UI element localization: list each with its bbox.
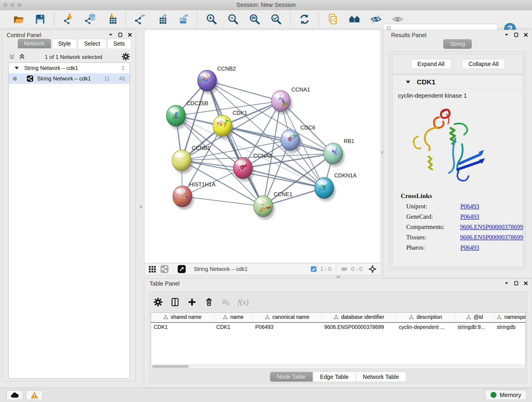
tab-sets[interactable]: Sets (107, 39, 131, 48)
tab-select[interactable]: Select (78, 39, 106, 48)
memory-button[interactable]: Memory (485, 390, 526, 400)
table-cell: CDK1 (151, 322, 214, 332)
tab-network-table[interactable]: Network Table (355, 372, 406, 382)
column-header--id[interactable]: @id (455, 313, 494, 322)
cloud-sync-button[interactable] (6, 390, 23, 400)
toolbar-separator (318, 12, 319, 26)
crosslink-row: Uniprot: P06493 (401, 203, 523, 210)
zoom-fit-button[interactable] (249, 13, 260, 26)
tab-edge-table[interactable]: Edge Table (313, 372, 356, 382)
save-session-button[interactable] (34, 13, 46, 26)
network-canvas[interactable]: CCNB2 CCNA1 CDC25B CDK1 CDC6 RB1 CCNB1 (145, 30, 380, 263)
hide-selected-button[interactable] (370, 13, 382, 26)
close-panel-icon[interactable] (524, 281, 528, 286)
tab-node-table[interactable]: Node Table (270, 372, 313, 382)
close-panel-icon[interactable] (524, 32, 528, 37)
selected-nodes-checkbox-icon[interactable] (310, 266, 317, 273)
import-table-button[interactable] (106, 13, 118, 26)
network-node-CCNE1[interactable]: CCNE1 (254, 191, 292, 220)
column-type-icon (222, 315, 228, 320)
export-table-button[interactable] (156, 13, 167, 26)
apply-layout-button[interactable] (298, 13, 310, 26)
zoom-in-button[interactable] (206, 13, 217, 26)
open-session-button[interactable] (13, 13, 25, 26)
float-panel-icon[interactable] (118, 32, 123, 37)
left-splitter-handle[interactable] (139, 205, 143, 209)
column-header-name[interactable]: name (214, 313, 253, 322)
zoom-out-button[interactable] (227, 13, 239, 26)
table-row[interactable]: CDK1CDK1P064939606.ENSP00000378699cyclin… (151, 322, 526, 332)
refresh-icon (299, 13, 310, 25)
function-builder-disabled: f(x) (238, 298, 249, 306)
expand-all-networks-icon[interactable] (19, 53, 25, 61)
protein-header-row[interactable]: CDK1 (393, 75, 523, 87)
delete-column-button[interactable] (204, 297, 214, 307)
toolbar-separator (197, 12, 197, 26)
warnings-button[interactable] (26, 390, 43, 400)
collapse-all-button[interactable]: Collapse All (462, 59, 505, 69)
gear-icon (153, 298, 163, 307)
string-network-badge-icon[interactable] (160, 265, 169, 274)
current-network-name: String Network – cdk1 (194, 266, 308, 272)
network-node-HIST1H1A[interactable]: HIST1H1A (173, 181, 215, 210)
network-node-RB1[interactable]: RB1 (323, 138, 355, 167)
network-row[interactable]: String Network – cdk1 11 48 (9, 73, 130, 84)
close-panel-icon[interactable] (128, 32, 132, 37)
crosslink-link[interactable]: P06493 (460, 244, 479, 251)
hidden-items-eye-slash-icon[interactable] (340, 265, 348, 273)
bottom-splitter-handle[interactable] (336, 276, 341, 278)
tab-style[interactable]: Style (52, 39, 77, 48)
import-network-button[interactable] (63, 13, 75, 26)
network-collection-row[interactable]: String Network – cdk1 1 (9, 63, 130, 73)
crosslink-link[interactable]: P06493 (460, 213, 479, 220)
crosslink-link[interactable]: P06493 (460, 203, 479, 210)
show-columns-button[interactable] (170, 297, 180, 307)
protein-expander-icon[interactable] (405, 79, 411, 85)
selected-node-edge-counts: 1 - 0 (320, 266, 331, 272)
network-options-gear-icon[interactable] (122, 52, 130, 62)
memory-label: Memory (500, 391, 521, 399)
node-label-CDK1: CDK1 (233, 110, 247, 116)
network-node-CCNA1[interactable]: CCNA1 (271, 86, 310, 114)
duplicate-network-button[interactable] (327, 13, 339, 26)
expand-all-button[interactable]: Expand All (411, 59, 451, 69)
column-header-database-identifier[interactable]: database identifier (322, 313, 396, 322)
birds-eye-view-button[interactable] (368, 265, 377, 274)
column-header-canonical-name[interactable]: canonical name (253, 313, 322, 322)
panel-menu-icon[interactable] (504, 281, 509, 286)
collection-expander-icon[interactable] (14, 65, 19, 70)
import-network-from-database-button[interactable] (84, 13, 96, 26)
minimize-window-button[interactable] (10, 3, 14, 7)
network-node-CDC6[interactable]: CDC6 (281, 124, 315, 153)
float-panel-icon[interactable] (514, 281, 519, 286)
close-window-button[interactable] (3, 3, 7, 7)
column-header-namespac[interactable]: namespac (494, 313, 526, 322)
network-node-CDKN1A[interactable]: CDKN1A (315, 172, 356, 201)
column-header-description[interactable]: description (396, 313, 455, 322)
collapse-all-networks-icon[interactable] (8, 53, 15, 61)
maximize-window-button[interactable] (17, 3, 22, 7)
network-node-CCNB2[interactable]: CCNB2 (197, 65, 236, 94)
tab-network[interactable]: Network (18, 39, 51, 48)
float-panel-icon[interactable] (514, 32, 519, 37)
crosslink-label: Compartments: (401, 223, 460, 230)
tab-string[interactable]: String (443, 39, 472, 49)
panel-menu-icon[interactable] (108, 32, 113, 37)
table-horizontal-scrollbar[interactable] (151, 364, 526, 369)
node-label-CCNB1: CCNB1 (192, 145, 210, 151)
open-in-new-window-button[interactable] (177, 265, 186, 274)
export-image-button[interactable] (177, 13, 189, 26)
create-column-button[interactable] (187, 297, 197, 307)
table-options-gear-button[interactable] (153, 297, 163, 307)
crosslink-row: Pharos: P06493 (401, 244, 523, 251)
first-neighbors-button[interactable] (348, 13, 360, 26)
crosslinks-section: CrossLinks Uniprot: P06493 GeneCard: P06… (393, 189, 523, 251)
zoom-out-icon (227, 13, 239, 25)
export-network-button[interactable] (134, 13, 146, 26)
column-header-shared-name[interactable]: shared name (151, 313, 214, 322)
crosslink-link[interactable]: 9606.ENSP00000378699 (460, 234, 523, 241)
grid-view-button[interactable] (148, 265, 157, 273)
panel-menu-icon[interactable] (504, 32, 509, 37)
crosslink-link[interactable]: 9606.ENSP00000378699 (460, 223, 523, 230)
zoom-selected-button[interactable] (270, 13, 282, 26)
